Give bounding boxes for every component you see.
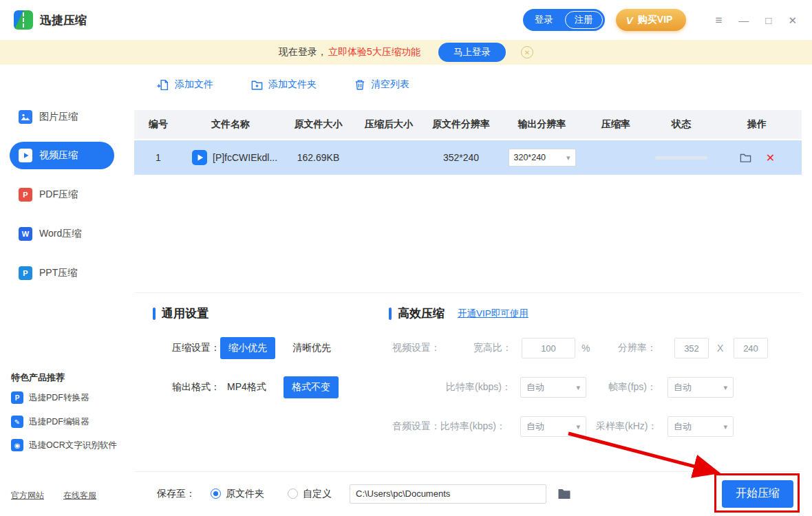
- heading-bar: [153, 308, 156, 320]
- open-vip-link[interactable]: 开通VIP即可使用: [458, 308, 528, 320]
- save-custom-label[interactable]: 自定义: [303, 488, 332, 500]
- fps-label: 帧率(fps)：: [608, 381, 656, 394]
- sidebar-item-video-compress[interactable]: 视频压缩: [10, 142, 114, 169]
- compress-setting-label: 压缩设置：: [172, 342, 220, 354]
- settings-row-2: 输出格式： MP4格式 格式不变 比特率(kbps)： 自动 ▾ 帧率(fps)…: [134, 376, 802, 398]
- browse-folder-icon[interactable]: [557, 488, 571, 500]
- sample-rate-dropdown[interactable]: 自动 ▾: [667, 416, 734, 437]
- chevron-down-icon: ▾: [723, 383, 727, 392]
- save-to-label: 保存至：: [157, 488, 195, 500]
- mp4-format-option[interactable]: MP4格式: [227, 381, 266, 394]
- heading-bar: [389, 308, 392, 320]
- chevron-down-icon: ▾: [576, 422, 580, 431]
- efficient-compress-title: 高效压缩: [398, 305, 445, 321]
- pdf-converter-icon: P: [11, 391, 23, 404]
- login-now-button[interactable]: 马上登录: [438, 43, 506, 62]
- bitrate-value: 自动: [526, 381, 544, 394]
- clear-list-button[interactable]: 清空列表: [354, 78, 409, 91]
- recommend-item-pdf-editor[interactable]: ✎ 迅捷PDF编辑器: [11, 415, 89, 429]
- buy-vip-button[interactable]: V 购买VIP: [616, 9, 687, 31]
- title-bar: 迅捷压缩 登录 注册 V 购买VIP ≡ — □ ✕: [0, 0, 812, 40]
- recommend-item-label: 迅捷PDF编辑器: [29, 416, 89, 428]
- settings-section: 通用设置 高效压缩 开通VIP即可使用 压缩设置： 缩小优先 清晰优先 视频设置…: [134, 292, 802, 471]
- sidebar-footer-links: 官方网站 在线客服: [11, 490, 96, 502]
- official-site-link[interactable]: 官方网站: [11, 490, 44, 502]
- row-status-cell: [650, 156, 712, 160]
- audio-bitrate-dropdown[interactable]: 自动 ▾: [520, 416, 586, 437]
- sidebar-item-word-compress[interactable]: W Word压缩: [10, 220, 114, 248]
- open-folder-icon[interactable]: [739, 151, 752, 164]
- recommend-item-label: 迅捷OCR文字识别软件: [29, 440, 117, 451]
- app-window: 迅捷压缩 登录 注册 V 购买VIP ≡ — □ ✕ 现在登录，立即体验5大压缩…: [0, 0, 812, 516]
- login-button[interactable]: 登录: [523, 10, 565, 30]
- resolution-width-input[interactable]: [674, 338, 709, 358]
- sample-rate-label: 采样率(kHz)：: [596, 420, 657, 433]
- login-promo-banner: 现在登录，立即体验5大压缩功能 马上登录 ✕: [0, 40, 812, 65]
- add-folder-button[interactable]: 添加文件夹: [250, 78, 317, 92]
- banner-text: 现在登录，: [279, 46, 327, 58]
- save-custom-radio[interactable]: [288, 488, 298, 499]
- sidebar-item-ppt-compress[interactable]: P PPT压缩: [10, 259, 114, 287]
- main-content: 添加文件 添加文件夹 清空列表 编号 文件名称 原文件大小 压缩后大小 原文件分…: [124, 65, 812, 516]
- chevron-down-icon: ▾: [723, 422, 727, 431]
- app-logo-icon: [14, 10, 33, 30]
- pdf-icon: P: [19, 188, 32, 202]
- efficient-compress-heading: 高效压缩 开通VIP即可使用: [389, 305, 528, 321]
- keep-format-button[interactable]: 格式不变: [284, 376, 339, 398]
- recommend-section-title: 特色产品推荐: [11, 372, 65, 384]
- column-header-output-resolution: 输出分辨率: [502, 118, 581, 131]
- output-resolution-select[interactable]: 320*240 ▾: [509, 149, 576, 166]
- menu-icon[interactable]: ≡: [715, 14, 722, 26]
- sidebar-item-image-compress[interactable]: 图片压缩: [10, 103, 114, 131]
- settings-row-1: 压缩设置： 缩小优先 清晰优先 视频设置： 宽高比： % 分辨率： X: [134, 337, 802, 359]
- row-output-resolution-cell: 320*240 ▾: [502, 149, 581, 166]
- save-original-folder-radio[interactable]: [211, 488, 221, 499]
- shrink-first-button[interactable]: 缩小优先: [220, 337, 275, 359]
- row-filename-cell: [P]fcCWIEkdl...: [182, 150, 279, 165]
- resolution-label: 分辨率：: [618, 342, 656, 354]
- table-row[interactable]: 1 [P]fcCWIEkdl... 162.69KB 352*240 320*2…: [134, 140, 802, 175]
- add-file-button[interactable]: 添加文件: [157, 78, 213, 92]
- bitrate-dropdown[interactable]: 自动 ▾: [520, 377, 586, 398]
- general-settings-heading: 通用设置: [153, 305, 209, 321]
- column-header-filename: 文件名称: [182, 118, 279, 131]
- pdf-editor-icon: ✎: [11, 416, 23, 428]
- column-header-compression-rate: 压缩率: [581, 118, 650, 131]
- sidebar-item-pdf-compress[interactable]: P PDF压缩: [10, 181, 114, 208]
- sidebar-item-label: Word压缩: [39, 228, 81, 240]
- add-file-label: 添加文件: [175, 78, 213, 91]
- bottom-bar: 保存至： 原文件夹 自定义 开始压缩: [134, 471, 802, 515]
- save-path-input[interactable]: [350, 484, 546, 504]
- minimize-button[interactable]: —: [738, 15, 749, 25]
- app-title: 迅捷压缩: [40, 12, 87, 28]
- register-button[interactable]: 注册: [565, 11, 603, 29]
- chevron-down-icon: ▾: [566, 153, 570, 162]
- bitrate-label: 比特率(kbps)：: [446, 381, 511, 394]
- close-button[interactable]: ✕: [788, 15, 797, 25]
- start-compress-button[interactable]: 开始压缩: [722, 480, 793, 508]
- banner-close-icon[interactable]: ✕: [521, 46, 533, 58]
- recommend-item-ocr[interactable]: ◉ 迅捷OCR文字识别软件: [11, 438, 117, 452]
- table-header: 编号 文件名称 原文件大小 压缩后大小 原文件分辨率 输出分辨率 压缩率 状态 …: [134, 110, 802, 139]
- add-file-icon: [157, 78, 170, 92]
- clarity-first-option[interactable]: 清晰优先: [292, 342, 331, 354]
- video-setting-label: 视频设置：: [392, 342, 440, 354]
- sidebar-item-label: PDF压缩: [39, 189, 78, 201]
- file-toolbar: 添加文件 添加文件夹 清空列表: [157, 69, 409, 100]
- settings-row-3: 音频设置：比特率(kbps)： 自动 ▾ 采样率(kHz)： 自动 ▾: [134, 416, 802, 438]
- recommend-item-pdf-converter[interactable]: P 迅捷PDF转换器: [11, 391, 89, 405]
- sidebar-item-label: 视频压缩: [39, 149, 78, 162]
- fps-dropdown[interactable]: 自动 ▾: [667, 377, 734, 398]
- column-header-status: 状态: [650, 118, 712, 131]
- aspect-ratio-input[interactable]: [522, 338, 575, 358]
- delete-row-icon[interactable]: ✕: [766, 151, 775, 164]
- audio-bitrate-label: 音频设置：比特率(kbps)：: [392, 420, 506, 433]
- audio-bitrate-value: 自动: [526, 420, 544, 433]
- resolution-height-input[interactable]: [734, 338, 768, 358]
- maximize-button[interactable]: □: [765, 15, 771, 25]
- save-original-folder-label[interactable]: 原文件夹: [226, 488, 264, 500]
- online-support-link[interactable]: 在线客服: [63, 490, 96, 502]
- column-header-index: 编号: [134, 118, 182, 131]
- column-header-original-size: 原文件大小: [279, 118, 358, 131]
- word-icon: W: [19, 227, 32, 241]
